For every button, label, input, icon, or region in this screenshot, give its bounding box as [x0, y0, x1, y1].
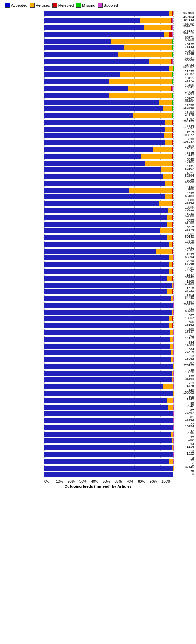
bar-container: 224287	[44, 405, 173, 410]
bar-container: 2459781	[44, 411, 173, 416]
table-row: nask208230741	[44, 302, 173, 309]
bar-container: 18026220	[44, 371, 173, 376]
legend-color-rejected	[52, 3, 57, 8]
bar-segment-accepted	[44, 377, 172, 382]
bar-value-accepted: 961510	[183, 31, 194, 36]
bar-segment-accepted	[44, 201, 159, 206]
bar-segment-accepted	[44, 208, 168, 213]
table-row: fu-berlin-pl1856377	[44, 417, 173, 424]
x-tick: 40%	[91, 480, 103, 483]
bar-value-accepted: 64430	[185, 296, 194, 300]
bar-container: 279211454	[44, 289, 173, 294]
bar-container: 12841557544	[44, 120, 173, 125]
bar-value-accepted: 152769	[183, 106, 194, 110]
bar-container: 171854931	[44, 161, 173, 166]
bar-value-accepted: 29891	[185, 147, 194, 151]
bar-segment-spooled	[173, 249, 173, 254]
bar-segment-refused	[118, 52, 172, 57]
bar-segment-spooled	[173, 100, 173, 105]
bar-segment-spooled	[173, 154, 173, 159]
bar-segment-refused	[169, 255, 173, 260]
table-row: rsk17237401	[44, 329, 173, 336]
bar-value-accepted: 494143	[183, 18, 194, 22]
bar-value-accepted: 50140	[185, 235, 194, 239]
bar-container: 298915548	[44, 147, 173, 152]
bar-segment-spooled	[173, 39, 173, 44]
bar-segment-accepted	[44, 167, 161, 172]
bar-segment-accepted	[44, 140, 165, 145]
bar-segment-spooled	[173, 201, 173, 206]
table-row: news.promontel.net.pl2457611097	[44, 112, 173, 119]
bar-segment-spooled	[173, 323, 173, 328]
bar-segment-accepted	[44, 364, 173, 369]
bar-value-accepted: 75133	[185, 45, 194, 49]
bar-segment-accepted	[44, 411, 173, 416]
bar-segment-accepted	[44, 66, 169, 71]
bar-container: 653064130	[44, 181, 173, 186]
bar-container: 14112384	[44, 337, 173, 342]
bar-segment-accepted	[44, 425, 173, 430]
chart-container: AcceptedRefusedRejectedMissingSpooled as…	[0, 0, 196, 499]
table-row: coi7513345453	[44, 45, 173, 51]
bar-value-accepted: 104182	[183, 99, 194, 103]
bar-segment-accepted	[44, 249, 156, 254]
bar-container: 1095447	[44, 425, 173, 430]
bar-segment-spooled	[173, 276, 173, 281]
bar-container: 10418212556	[44, 100, 173, 105]
bar-segment-accepted	[44, 418, 173, 423]
bar-container: 155805105	[44, 391, 173, 396]
bar-values: 0	[192, 472, 194, 476]
bar-value-accepted: 26562	[185, 201, 194, 205]
bar-segment-accepted	[44, 459, 169, 464]
bar-container: 170872493	[44, 249, 173, 254]
bar-segment-refused	[169, 459, 173, 464]
table-row: ict-fast24815313	[44, 350, 173, 356]
bar-segment-spooled	[173, 45, 173, 50]
bar-value-accepted: 1778	[187, 384, 194, 388]
table-row: ipartners494143164002	[44, 17, 173, 24]
table-row: poznan-bin570234	[44, 438, 173, 444]
bar-segment-accepted	[44, 262, 169, 267]
bar-segment-refused	[169, 11, 172, 16]
bar-segment-refused	[167, 222, 172, 227]
x-tick: 60%	[114, 480, 126, 483]
bar-container: 2457611097	[44, 113, 173, 118]
bar-segment-refused	[156, 249, 172, 254]
bar-segment-spooled	[173, 194, 173, 199]
bar-value-accepted: 622907	[183, 65, 194, 70]
legend-label-refused: Refused	[36, 3, 50, 7]
bar-segment-spooled	[173, 79, 173, 84]
bar-segment-refused	[163, 174, 172, 179]
table-row: rmf10418212556	[44, 99, 173, 105]
bar-value-accepted: 14289	[185, 343, 194, 348]
table-row: gazeta-bin289637	[44, 431, 173, 437]
bar-value-accepted: 103377	[183, 133, 194, 137]
bar-segment-spooled	[173, 181, 173, 186]
bar-value-accepted: 32	[190, 458, 194, 463]
bar-container: 352401809	[44, 276, 173, 281]
bar-value-accepted: 8186	[187, 187, 194, 192]
bar-segment-accepted	[44, 18, 140, 23]
bar-segment-accepted	[44, 269, 169, 274]
bar-container: 444671337	[44, 269, 173, 274]
bar-container: 111413	[44, 445, 173, 450]
table-row: opoka1587115166	[44, 78, 173, 85]
x-tick: 100%	[161, 480, 173, 483]
table-row: fu-berlin2459781	[44, 411, 173, 417]
bar-container: 10223	[44, 452, 173, 457]
x-axis: 0%10%20%30%40%50%60%70%80%90%100%	[1, 480, 195, 483]
bar-segment-accepted	[44, 93, 109, 98]
bar-container: 1033776838	[44, 133, 173, 138]
bar-segment-spooled	[173, 269, 173, 274]
table-row: ipartners-bin509917148187	[44, 24, 173, 31]
bar-value-accepted: 145403	[183, 282, 194, 286]
table-row: lublin2706718111	[44, 72, 173, 78]
bar-segment-refused	[169, 242, 172, 247]
bar-value-accepted: 1942	[187, 397, 194, 402]
bar-segment-refused	[164, 133, 173, 138]
bar-segment-accepted	[44, 181, 165, 186]
bar-container: 1379313707	[44, 93, 173, 98]
bar-segment-accepted	[44, 194, 165, 199]
table-row: tpi62290721030	[44, 65, 173, 71]
table-row: supernedia1454031618	[44, 282, 173, 288]
